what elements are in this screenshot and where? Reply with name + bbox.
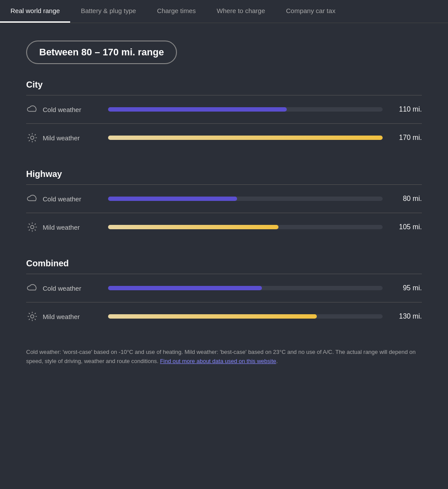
nav-tabs: Real world range Battery & plug type Cha… bbox=[0, 0, 448, 23]
weather-label: Mild weather bbox=[43, 134, 99, 142]
bar-track bbox=[108, 286, 383, 290]
section-city: City Cold weather110 mi. Mild weather170… bbox=[26, 80, 422, 152]
bar-track bbox=[108, 225, 383, 229]
range-row-city-mild: Mild weather170 mi. bbox=[26, 124, 422, 152]
tab-real-world-range[interactable]: Real world range bbox=[0, 0, 70, 23]
svg-line-15 bbox=[35, 230, 36, 231]
range-value: 95 mi. bbox=[391, 284, 422, 292]
svg-line-6 bbox=[35, 140, 36, 141]
range-row-combined-mild: Mild weather130 mi. bbox=[26, 302, 422, 330]
range-row-highway-mild: Mild weather105 mi. bbox=[26, 213, 422, 241]
weather-label: Cold weather bbox=[43, 195, 99, 203]
svg-line-23 bbox=[29, 313, 30, 314]
section-title-combined: Combined bbox=[26, 258, 422, 268]
bar-fill bbox=[108, 314, 317, 319]
range-value: 80 mi. bbox=[391, 195, 422, 203]
sections-container: City Cold weather110 mi. Mild weather170… bbox=[26, 80, 422, 330]
bar-track bbox=[108, 197, 383, 201]
svg-line-16 bbox=[35, 224, 36, 224]
range-row-city-cold: Cold weather110 mi. bbox=[26, 95, 422, 124]
range-row-highway-cold: Cold weather80 mi. bbox=[26, 185, 422, 213]
svg-point-0 bbox=[31, 136, 34, 139]
bar-fill bbox=[108, 286, 262, 290]
svg-line-26 bbox=[29, 319, 30, 320]
svg-line-14 bbox=[29, 224, 30, 224]
section-combined: Combined Cold weather95 mi. Mild weather… bbox=[26, 258, 422, 330]
footnote-link[interactable]: Find out more about data used on this we… bbox=[160, 358, 276, 364]
tab-charge-times[interactable]: Charge times bbox=[146, 0, 206, 23]
weather-label: Mild weather bbox=[43, 313, 99, 320]
range-row-combined-cold: Cold weather95 mi. bbox=[26, 274, 422, 302]
bar-track bbox=[108, 314, 383, 319]
cloud-icon bbox=[26, 103, 38, 115]
svg-line-5 bbox=[29, 134, 30, 135]
range-value: 105 mi. bbox=[391, 223, 422, 231]
sun-icon bbox=[26, 221, 38, 233]
weather-label: Mild weather bbox=[43, 224, 99, 231]
footnote: Cold weather: 'worst-case' based on -10°… bbox=[26, 348, 422, 366]
bar-fill bbox=[108, 225, 278, 229]
tab-where-to-charge[interactable]: Where to charge bbox=[206, 0, 275, 23]
svg-line-17 bbox=[29, 230, 30, 231]
section-highway: Highway Cold weather80 mi. Mild weather1… bbox=[26, 169, 422, 241]
bar-fill bbox=[108, 107, 287, 112]
bar-track bbox=[108, 107, 383, 112]
svg-line-25 bbox=[35, 313, 36, 314]
cloud-icon bbox=[26, 193, 38, 205]
weather-label: Cold weather bbox=[43, 106, 99, 113]
bar-fill bbox=[108, 136, 383, 140]
tab-battery-plug-type[interactable]: Battery & plug type bbox=[70, 0, 146, 23]
range-value: 110 mi. bbox=[391, 105, 422, 113]
weather-label: Cold weather bbox=[43, 285, 99, 292]
svg-point-18 bbox=[31, 315, 34, 318]
svg-line-8 bbox=[29, 140, 30, 141]
main-content: Between 80 – 170 mi. range City Cold wea… bbox=[0, 23, 448, 384]
svg-point-9 bbox=[31, 225, 34, 229]
svg-line-7 bbox=[35, 134, 36, 135]
section-title-city: City bbox=[26, 80, 422, 90]
tab-company-car-tax[interactable]: Company car tax bbox=[275, 0, 346, 23]
section-title-highway: Highway bbox=[26, 169, 422, 179]
range-value: 170 mi. bbox=[391, 134, 422, 142]
sun-icon bbox=[26, 132, 38, 144]
range-badge: Between 80 – 170 mi. range bbox=[26, 41, 177, 64]
sun-icon bbox=[26, 310, 38, 323]
svg-line-24 bbox=[35, 319, 36, 320]
bar-fill bbox=[108, 197, 237, 201]
range-value: 130 mi. bbox=[391, 312, 422, 320]
cloud-icon bbox=[26, 282, 38, 294]
bar-track bbox=[108, 136, 383, 140]
